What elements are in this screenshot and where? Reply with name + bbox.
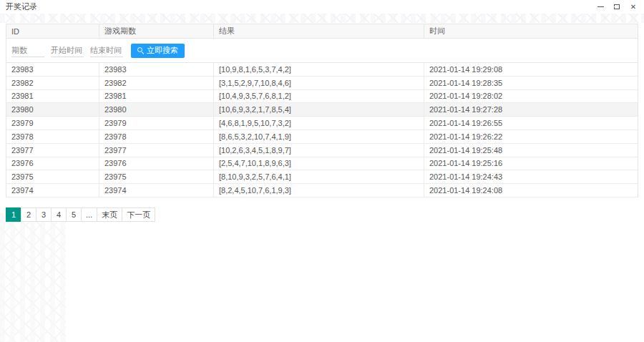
maximize-icon[interactable] xyxy=(612,3,622,11)
column-header-id: ID xyxy=(6,24,99,38)
table-row[interactable]: 2397723977[10,2,6,3,4,5,1,8,9,7]2021-01-… xyxy=(6,144,638,157)
cell-result: [3,1,5,2,9,7,10,8,4,6] xyxy=(214,77,424,89)
close-icon[interactable]: ✕ xyxy=(628,3,638,11)
cell-id: 23983 xyxy=(6,63,99,76)
search-button[interactable]: 立即搜索 xyxy=(131,44,185,58)
page-item[interactable]: ... xyxy=(81,207,97,222)
cell-period: 23981 xyxy=(99,90,214,103)
cell-time: 2021-01-14 19:28:35 xyxy=(424,77,638,89)
minimize-icon[interactable] xyxy=(595,3,605,11)
cell-result: [4,6,8,1,9,5,10,7,3,2] xyxy=(214,117,424,130)
window-title: 开奖记录 xyxy=(6,1,37,12)
cell-period: 23983 xyxy=(99,63,214,76)
cell-id: 23975 xyxy=(6,170,99,183)
cell-time: 2021-01-14 19:28:02 xyxy=(424,90,638,103)
table-rows: 2398323983[10,9,8,1,6,5,3,7,4,2]2021-01-… xyxy=(6,63,638,197)
cell-id: 23978 xyxy=(6,130,99,143)
cell-id: 23977 xyxy=(6,144,99,157)
cell-period: 23978 xyxy=(99,130,214,143)
background-pattern-top xyxy=(0,14,644,23)
page-item[interactable]: 末页 xyxy=(97,207,122,222)
column-header-result: 结果 xyxy=(214,24,424,38)
page-item[interactable]: 3 xyxy=(36,207,52,222)
cell-result: [2,5,4,7,10,1,8,9,6,3] xyxy=(214,157,424,170)
cell-time: 2021-01-14 19:25:16 xyxy=(424,157,638,170)
cell-id: 23982 xyxy=(6,77,99,89)
page-item[interactable]: 5 xyxy=(66,207,82,222)
cell-time: 2021-01-14 19:24:08 xyxy=(424,184,638,197)
background-pattern-left xyxy=(0,213,66,342)
cell-time: 2021-01-14 19:26:55 xyxy=(424,117,638,130)
table-row[interactable]: 2397523975[8,10,9,3,2,5,7,6,4,1]2021-01-… xyxy=(6,170,638,184)
table-row[interactable]: 2397423974[8,2,4,5,10,7,6,1,9,3]2021-01-… xyxy=(6,184,638,197)
table-row[interactable]: 2398023980[10,6,9,3,2,1,7,8,5,4]2021-01-… xyxy=(6,103,638,117)
cell-result: [10,2,6,3,4,5,1,8,9,7] xyxy=(214,144,424,157)
titlebar: 开奖记录 ✕ xyxy=(0,0,644,14)
records-table: ID 游戏期数 结果 时间 立即搜索 2398323983[10,9,8,1,6… xyxy=(6,24,638,197)
cell-time: 2021-01-14 19:25:48 xyxy=(424,144,638,157)
cell-time: 2021-01-14 19:27:28 xyxy=(424,103,638,116)
table-header-row: ID 游戏期数 结果 时间 xyxy=(6,24,638,39)
page-item-active[interactable]: 1 xyxy=(6,207,21,222)
column-header-time: 时间 xyxy=(424,24,638,38)
page-item[interactable]: 下一页 xyxy=(122,207,155,222)
cell-period: 23980 xyxy=(99,103,214,116)
cell-period: 23977 xyxy=(99,144,214,157)
table-row[interactable]: 2397923979[4,6,8,1,9,5,10,7,3,2]2021-01-… xyxy=(6,117,638,130)
cell-result: [8,2,4,5,10,7,6,1,9,3] xyxy=(214,184,424,197)
cell-result: [10,9,8,1,6,5,3,7,4,2] xyxy=(214,63,424,76)
column-header-period: 游戏期数 xyxy=(99,24,214,38)
window-controls: ✕ xyxy=(595,3,638,11)
cell-id: 23980 xyxy=(6,103,99,116)
cell-result: [8,10,9,3,2,5,7,6,4,1] xyxy=(214,170,424,183)
cell-id: 23981 xyxy=(6,90,99,103)
table-row[interactable]: 2397623976[2,5,4,7,10,1,8,9,6,3]2021-01-… xyxy=(6,157,638,171)
search-button-label: 立即搜索 xyxy=(147,45,178,56)
cell-time: 2021-01-14 19:24:43 xyxy=(424,170,638,183)
table-row[interactable]: 2398223982[3,1,5,2,9,7,10,8,4,6]2021-01-… xyxy=(6,77,638,90)
pagination: 12345...末页下一页 xyxy=(6,207,155,222)
cell-time: 2021-01-14 19:26:22 xyxy=(424,130,638,143)
search-row: 立即搜索 xyxy=(6,39,638,63)
cell-period: 23974 xyxy=(99,184,214,197)
cell-result: [8,6,5,3,2,10,7,4,1,9] xyxy=(214,130,424,143)
cell-period: 23976 xyxy=(99,157,214,170)
cell-period: 23979 xyxy=(99,117,214,130)
cell-time: 2021-01-14 19:29:08 xyxy=(424,63,638,76)
start-time-input[interactable] xyxy=(51,44,84,57)
cell-result: [10,4,9,3,5,7,6,8,1,2] xyxy=(214,90,424,103)
cell-id: 23974 xyxy=(6,184,99,197)
end-time-input[interactable] xyxy=(90,44,123,57)
table-row[interactable]: 2397823978[8,6,5,3,2,10,7,4,1,9]2021-01-… xyxy=(6,130,638,144)
cell-id: 23976 xyxy=(6,157,99,170)
page-item[interactable]: 4 xyxy=(51,207,67,222)
table-row[interactable]: 2398323983[10,9,8,1,6,5,3,7,4,2]2021-01-… xyxy=(6,63,638,77)
cell-period: 23975 xyxy=(99,170,214,183)
period-input[interactable] xyxy=(11,44,44,57)
cell-id: 23979 xyxy=(6,117,99,130)
cell-period: 23982 xyxy=(99,77,214,89)
cell-result: [10,6,9,3,2,1,7,8,5,4] xyxy=(214,103,424,116)
page-item[interactable]: 2 xyxy=(21,207,36,222)
search-icon xyxy=(137,47,144,54)
table-row[interactable]: 2398123981[10,4,9,3,5,7,6,8,1,2]2021-01-… xyxy=(6,90,638,104)
